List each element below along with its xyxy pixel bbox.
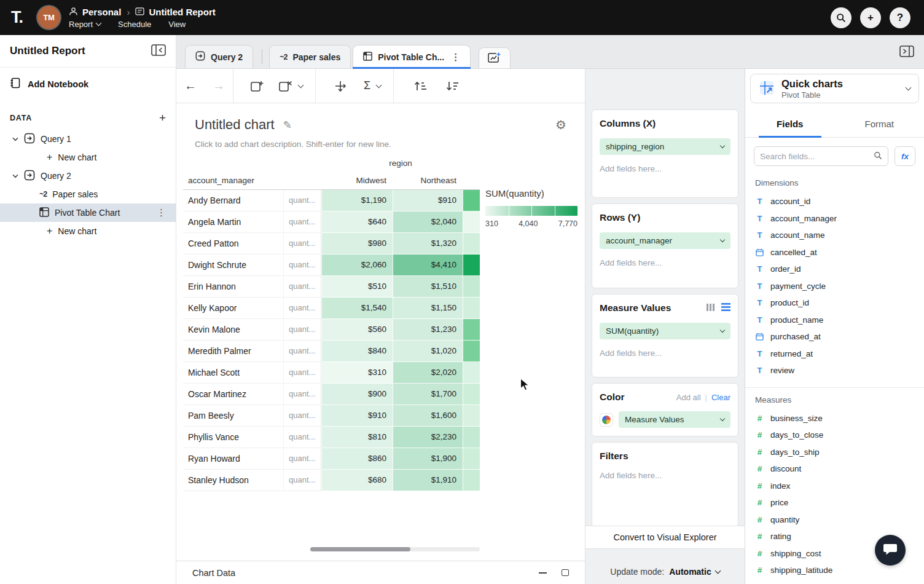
value-cell[interactable]: $560 <box>321 319 393 341</box>
maximize-panel-icon[interactable] <box>562 569 569 576</box>
color-palette-icon[interactable] <box>600 413 613 427</box>
dimension-field-item[interactable]: T account_manager <box>745 210 924 227</box>
horizontal-scrollbar[interactable] <box>310 547 480 551</box>
partial-value-cell[interactable] <box>463 427 480 448</box>
value-cell[interactable]: $1,320 <box>393 233 463 255</box>
add-data-button[interactable]: + <box>159 114 166 122</box>
measure-field-item[interactable]: # shipping_latitude <box>745 562 924 579</box>
partial-value-cell[interactable] <box>463 362 480 384</box>
value-cell[interactable]: $1,700 <box>393 384 463 405</box>
quick-charts-dropdown[interactable]: Quick charts Pivot Table <box>750 74 919 103</box>
add-chart-tab-button[interactable] <box>479 47 511 68</box>
add-all-link[interactable]: Add all <box>676 393 701 402</box>
column-header-midwest[interactable]: Midwest <box>321 172 393 190</box>
chevron-down-icon[interactable] <box>376 82 382 88</box>
measure-field-item[interactable]: # price <box>745 494 924 511</box>
value-cell[interactable]: $1,020 <box>393 341 463 362</box>
collapse-sidebar-icon[interactable] <box>151 44 166 58</box>
dimension-field-item[interactable]: T order_id <box>745 261 924 278</box>
partial-value-cell[interactable] <box>463 298 480 319</box>
partial-value-cell[interactable] <box>463 319 480 341</box>
value-cell[interactable]: $510 <box>321 276 393 298</box>
value-cell[interactable]: $640 <box>321 211 393 233</box>
sort-ascending-button[interactable] <box>406 81 434 92</box>
partial-value-cell[interactable] <box>463 233 480 255</box>
dimension-field-item[interactable]: T review <box>745 362 924 379</box>
value-cell[interactable]: $1,190 <box>321 190 393 211</box>
sidebar-item-pivot-table-chart[interactable]: Pivot Table Chart ⋮ <box>0 203 176 222</box>
add-notebook-button[interactable]: Add Notebook <box>0 68 176 97</box>
chart-description-placeholder[interactable]: Click to add chart description. Shift-en… <box>176 133 585 149</box>
chart-data-label[interactable]: Chart Data <box>192 568 235 578</box>
value-cell[interactable]: $860 <box>321 448 393 470</box>
dimension-field-item[interactable]: T product_id <box>745 294 924 312</box>
rows-dropzone[interactable]: Add fields here... <box>600 258 730 267</box>
measure-field-item[interactable]: # business_size <box>745 410 924 427</box>
sidebar-item-new-chart-2[interactable]: + New chart <box>0 222 176 240</box>
value-cell[interactable]: $840 <box>321 341 393 362</box>
measure-field-item[interactable]: # index <box>745 478 924 495</box>
measure-field-item[interactable]: # days_to_close <box>745 427 924 444</box>
menu-schedule[interactable]: Schedule <box>118 20 151 29</box>
value-cell[interactable]: $4,410 <box>393 255 463 276</box>
dimension-field-item[interactable]: T returned_at <box>745 345 924 363</box>
minimize-panel-icon[interactable] <box>539 572 547 574</box>
color-field-pill[interactable]: Measure Values <box>619 411 730 428</box>
partial-value-cell[interactable] <box>463 190 480 211</box>
value-cell[interactable]: $1,900 <box>393 448 463 470</box>
rows-view-icon[interactable] <box>721 303 730 313</box>
search-fields-box[interactable] <box>754 146 888 166</box>
sidebar-item-new-chart-1[interactable]: + New chart <box>0 148 176 167</box>
convert-to-visual-explorer-button[interactable]: Convert to Visual Explorer <box>585 526 745 549</box>
partial-value-cell[interactable] <box>463 448 480 470</box>
breadcrumb-workspace[interactable]: Personal <box>82 7 121 17</box>
chart-title[interactable]: Untitled chart <box>195 117 275 133</box>
value-cell[interactable]: $2,040 <box>393 211 463 233</box>
measure-field-item[interactable]: # quantity <box>745 511 924 529</box>
dimension-field-item[interactable]: T account_id <box>745 193 924 210</box>
search-fields-input[interactable] <box>760 152 870 161</box>
column-header-northeast[interactable]: Northeast <box>393 172 463 190</box>
edit-title-icon[interactable]: ✎ <box>283 119 292 132</box>
value-cell[interactable]: $910 <box>321 405 393 427</box>
kebab-menu-icon[interactable]: ⋮ <box>451 52 460 63</box>
kebab-menu-icon[interactable]: ⋮ <box>157 207 176 218</box>
measure-field-item[interactable]: # shipping_longitude <box>745 579 924 584</box>
partial-value-cell[interactable] <box>463 470 480 491</box>
menu-view[interactable]: View <box>168 20 186 29</box>
aggregate-button[interactable]: Σ <box>356 79 372 92</box>
chevron-down-icon[interactable] <box>12 174 18 178</box>
tab-query2[interactable]: Query 2 <box>185 45 253 68</box>
chevron-down-icon[interactable] <box>298 82 304 88</box>
tab-pivot-table-chart[interactable]: Pivot Table Ch... ⋮ <box>353 45 471 68</box>
tab-format[interactable]: Format <box>835 111 924 137</box>
dimension-field-item[interactable]: purchased_at <box>745 328 924 345</box>
sidebar-item-query1[interactable]: Query 1 <box>0 130 176 148</box>
add-column-button[interactable] <box>246 80 269 92</box>
value-cell[interactable]: $980 <box>321 233 393 255</box>
tab-paper-sales[interactable]: ~2 Paper sales <box>269 45 351 68</box>
columns-field-pill[interactable]: shipping_region <box>600 138 730 155</box>
chart-settings-icon[interactable]: ⚙ <box>555 117 566 132</box>
value-cell[interactable]: $2,230 <box>393 427 463 448</box>
redo-button[interactable]: → <box>205 79 233 93</box>
value-cell[interactable]: $910 <box>393 190 463 211</box>
columns-view-icon[interactable] <box>706 303 715 314</box>
value-cell[interactable]: $2,060 <box>321 255 393 276</box>
value-cell[interactable]: $1,600 <box>393 405 463 427</box>
remove-column-button[interactable] <box>273 80 294 92</box>
value-cell[interactable]: $810 <box>321 427 393 448</box>
rows-field-pill[interactable]: account_manager <box>600 232 730 249</box>
undo-button[interactable]: ← <box>176 79 205 93</box>
value-cell[interactable]: $310 <box>321 362 393 384</box>
value-cell[interactable]: $2,020 <box>393 362 463 384</box>
value-cell[interactable]: $900 <box>321 384 393 405</box>
partial-value-cell[interactable] <box>463 384 480 405</box>
update-mode-dropdown[interactable]: Automatic <box>669 567 719 577</box>
measure-field-item[interactable]: # discount <box>745 460 924 478</box>
menu-report[interactable]: Report <box>69 20 101 29</box>
partial-value-cell[interactable] <box>463 405 480 427</box>
measure-field-pill[interactable]: SUM(quantity) <box>600 323 730 339</box>
breadcrumb-report-title[interactable]: Untitled Report <box>149 7 215 17</box>
measure-field-item[interactable]: # days_to_ship <box>745 444 924 461</box>
